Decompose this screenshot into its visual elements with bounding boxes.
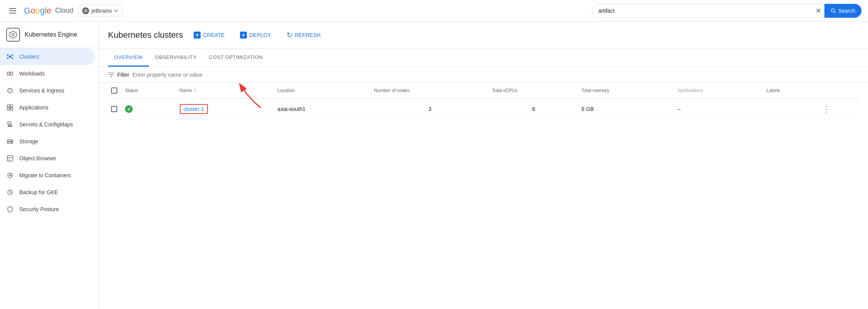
create-button[interactable]: + CREATE: [189, 29, 229, 42]
td-name: cluster-1: [177, 99, 275, 120]
search-button[interactable]: Search: [824, 4, 861, 18]
sidebar-item-label: Security Posture: [19, 206, 59, 212]
filter-label: Filter: [117, 72, 129, 78]
search-input[interactable]: [598, 8, 816, 14]
clear-icon[interactable]: ✕: [816, 7, 821, 15]
td-nodes: 3: [371, 99, 489, 120]
td-checkbox: [108, 99, 122, 120]
th-nodes: Number of nodes: [371, 83, 489, 99]
deploy-button[interactable]: + DEPLOY: [235, 29, 276, 42]
sidebar-item-storage[interactable]: Storage: [0, 133, 95, 150]
cluster-link[interactable]: cluster-1: [180, 104, 208, 114]
th-name: Name ↑: [177, 83, 275, 99]
tab-cost-optimization[interactable]: COST OPTIMIZATION: [203, 49, 269, 67]
project-dot: [82, 7, 89, 14]
sidebar-item-security-posture[interactable]: Security Posture: [0, 201, 95, 218]
svg-rect-25: [7, 156, 13, 161]
td-actions: ⋮: [819, 99, 859, 120]
migrate-icon: [6, 171, 14, 179]
clusters-icon: [6, 53, 14, 60]
svg-marker-4: [10, 31, 17, 38]
sidebar-item-label: Applications: [19, 104, 49, 111]
th-checkbox: [108, 83, 122, 99]
chevron-down-icon: [114, 10, 118, 12]
sidebar-title: Kubernetes Engine: [25, 31, 77, 38]
sidebar-item-label: Secrets & ConfigMaps: [19, 121, 73, 128]
svg-rect-14: [7, 105, 10, 107]
sidebar-item-object-browser[interactable]: Object Browser: [0, 150, 95, 167]
svg-point-9: [7, 57, 8, 59]
search-btn-label: Search: [838, 8, 855, 14]
th-location: Location: [274, 83, 371, 99]
sidebar-item-clusters[interactable]: Clusters: [0, 48, 95, 65]
cloud-label: Cloud: [55, 7, 73, 15]
refresh-btn-label: REFRESH: [295, 32, 321, 38]
td-memory: 6 GB: [578, 99, 674, 120]
row-actions-menu[interactable]: ⋮: [822, 105, 830, 113]
svg-point-24: [12, 142, 12, 143]
td-vcpus: 6: [489, 99, 578, 120]
filter-bar: Filter: [99, 67, 868, 83]
storage-icon: [6, 138, 14, 145]
svg-rect-20: [8, 126, 12, 127]
th-notifications: Notifications: [674, 83, 763, 99]
search-bar: ✕ Search: [592, 4, 862, 18]
table-row: ✓ cluster-1 asia-south1 3 6 6 GB –: [108, 99, 859, 120]
th-status: Status: [122, 83, 177, 99]
sidebar-item-label: Storage: [19, 138, 38, 144]
main-content: Kubernetes clusters + CREATE + DEPLOY ↻ …: [99, 22, 868, 309]
sidebar-item-label: Object Browser: [19, 155, 56, 161]
tab-observability[interactable]: OBSERVABILITY: [149, 49, 203, 67]
create-btn-label: CREATE: [203, 32, 225, 38]
sidebar-item-secrets-configmaps[interactable]: Secrets & ConfigMaps: [0, 116, 95, 133]
td-location: asia-south1: [274, 99, 371, 120]
svg-point-5: [12, 34, 14, 36]
page-header: Kubernetes clusters + CREATE + DEPLOY ↻ …: [99, 22, 868, 49]
clusters-table-container: Status Name ↑ Location Number of nodes T…: [99, 83, 868, 120]
sidebar-item-label: Services & Ingress: [19, 87, 64, 94]
google-cloud-logo[interactable]: Google Cloud: [24, 6, 73, 16]
svg-rect-15: [10, 105, 13, 107]
svg-rect-1: [9, 10, 16, 11]
th-memory: Total memory: [578, 83, 674, 99]
tab-overview[interactable]: OVERVIEW: [108, 49, 149, 67]
table-header-row: Status Name ↑ Location Number of nodes T…: [108, 83, 859, 99]
sidebar-item-label: Clusters: [19, 54, 39, 60]
backup-icon: [6, 188, 14, 196]
sidebar: Kubernetes Engine Clusters: [0, 22, 99, 309]
svg-rect-0: [9, 8, 16, 9]
hamburger-menu[interactable]: [6, 5, 19, 17]
refresh-button[interactable]: ↻ REFRESH: [282, 28, 325, 42]
deploy-btn-label: DEPLOY: [249, 32, 271, 38]
th-actions: [819, 83, 859, 99]
applications-icon: [6, 104, 14, 111]
sidebar-item-workloads[interactable]: Workloads: [0, 65, 95, 82]
project-selector[interactable]: jetbrains: [78, 5, 122, 17]
svg-rect-16: [7, 108, 10, 110]
services-ingress-icon: [6, 87, 14, 94]
topbar: Google Cloud jetbrains ✕ Search: [0, 0, 868, 22]
sidebar-item-applications[interactable]: Applications: [0, 99, 95, 116]
refresh-icon: ↻: [287, 31, 292, 39]
sidebar-item-migrate-to-containers[interactable]: Migrate to Containers: [0, 167, 95, 184]
header-checkbox[interactable]: [111, 87, 117, 94]
main-layout: Kubernetes Engine Clusters: [0, 22, 868, 309]
td-status: ✓: [122, 99, 177, 120]
svg-point-8: [12, 54, 13, 56]
row-checkbox[interactable]: [111, 106, 117, 112]
search-icon: [831, 8, 836, 13]
sidebar-item-services-ingress[interactable]: Services & Ingress: [0, 82, 95, 99]
status-ok-icon: ✓: [125, 105, 133, 113]
deploy-plus-icon: +: [240, 32, 247, 39]
annotations-wrapper: Status Name ↑ Location Number of nodes T…: [99, 83, 868, 120]
sort-asc-icon[interactable]: ↑: [194, 87, 196, 94]
th-vcpus: Total vCPUs: [489, 83, 578, 99]
tabs-bar: OVERVIEW OBSERVABILITY COST OPTIMIZATION: [99, 49, 868, 67]
google-logo-graphic: Google: [24, 6, 51, 16]
svg-point-10: [12, 57, 13, 59]
sidebar-item-backup-for-gke[interactable]: Backup for GKE: [0, 184, 95, 201]
th-labels: Labels: [763, 83, 819, 99]
page-title: Kubernetes clusters: [108, 30, 183, 40]
filter-input[interactable]: [132, 72, 859, 78]
sidebar-item-label: Migrate to Containers: [19, 172, 71, 178]
